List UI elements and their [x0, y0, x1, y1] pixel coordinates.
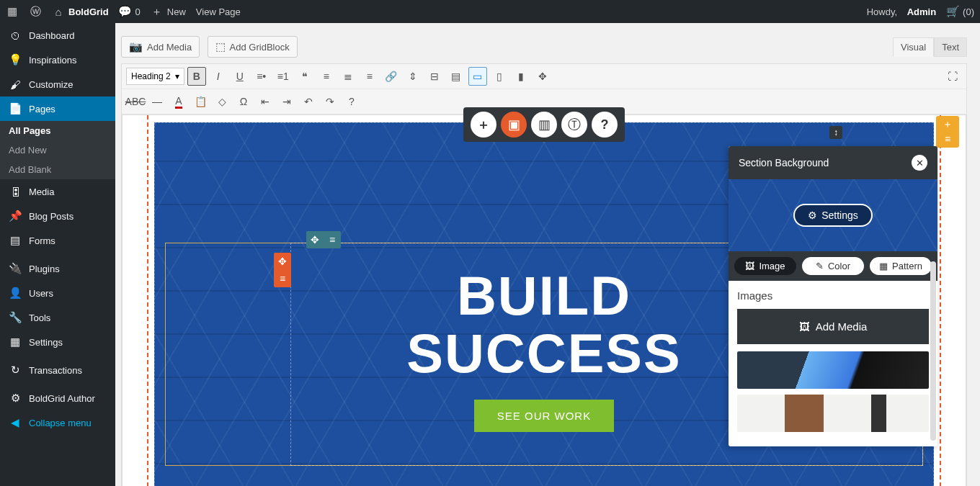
- account-link[interactable]: Howdy, Admin: [867, 6, 936, 17]
- layout-tool-button[interactable]: ▥: [531, 112, 557, 138]
- bg-image-option-2[interactable]: [737, 395, 929, 432]
- underline-button[interactable]: U: [231, 67, 249, 86]
- sidebar-item-dashboard[interactable]: ⏲Dashboard: [0, 23, 115, 48]
- add-gridblock-button[interactable]: ⬚Add GridBlock: [208, 36, 298, 58]
- panel-scrollbar[interactable]: [930, 261, 936, 441]
- background-preview: ⚙Settings: [729, 179, 937, 251]
- gear-icon: ⚙: [9, 392, 22, 405]
- bullet-list-button[interactable]: ≡•: [252, 67, 271, 86]
- image-icon: 🖼: [745, 261, 754, 271]
- user-icon: 👤: [9, 287, 22, 300]
- sidebar-subitem-add-new[interactable]: Add New: [0, 140, 115, 160]
- sidebar-item-media[interactable]: 🎛Media: [0, 179, 115, 204]
- section-toolbar: ＋ ▣ ▥ Ⓣ ?: [463, 107, 625, 142]
- caret-down-icon: ▾: [175, 71, 179, 81]
- editor-canvas[interactable]: ＋ ▣ ▥ Ⓣ ? ↕ ＋ ≡ ✥ ≡: [122, 114, 966, 486]
- sidebar-subitem-all-pages[interactable]: All Pages: [0, 121, 115, 140]
- special-char-button[interactable]: Ω: [234, 92, 253, 111]
- blockquote-button[interactable]: ❝: [295, 67, 314, 86]
- sidebar-item-label: Dashboard: [29, 30, 75, 41]
- margin-guide-left: [147, 115, 148, 486]
- section-edge-controls: ＋ ≡: [936, 116, 959, 148]
- indent-button[interactable]: ⇥: [277, 92, 296, 111]
- tablet-preview-button[interactable]: ▯: [490, 67, 509, 86]
- refresh-icon: ↻: [9, 364, 22, 377]
- sidebar-item-label: Customize: [29, 79, 73, 90]
- sidebar-item-label: Media: [29, 186, 54, 197]
- align-left-button[interactable]: ≡: [317, 67, 336, 86]
- new-link[interactable]: ＋New: [151, 5, 186, 18]
- cta-button[interactable]: SEE OUR WORK: [474, 400, 614, 432]
- comments-link[interactable]: 💬0: [119, 5, 141, 18]
- italic-button[interactable]: I: [209, 67, 228, 86]
- bg-tab-color[interactable]: ✎Color: [802, 257, 864, 275]
- sidebar-item-tools[interactable]: 🔧Tools: [0, 305, 115, 330]
- help-tool-button[interactable]: ?: [592, 112, 618, 138]
- gear-icon: ⚙: [808, 210, 817, 221]
- paste-text-button[interactable]: 📋: [191, 92, 210, 111]
- sidebar-item-collapse-menu[interactable]: ◀Collapse menu: [0, 410, 115, 435]
- distraction-free-button[interactable]: ▭: [468, 67, 487, 86]
- add-element-button[interactable]: ＋: [471, 112, 496, 138]
- site-link[interactable]: ⌂BoldGrid: [52, 5, 109, 18]
- image-tool-button[interactable]: ▣: [501, 112, 527, 138]
- sidebar-item-users[interactable]: 👤Users: [0, 281, 115, 305]
- format-dropdown[interactable]: Heading 2▾: [126, 68, 184, 85]
- redo-button[interactable]: ↷: [321, 92, 339, 111]
- bg-settings-button[interactable]: ⚙Settings: [793, 204, 873, 227]
- insert-more-button[interactable]: ⊟: [425, 67, 444, 86]
- hr-button[interactable]: —: [148, 92, 166, 111]
- row-menu-button[interactable]: ≡: [324, 231, 341, 248]
- fullscreen-button[interactable]: ⛶: [943, 67, 962, 86]
- sidebar-item-plugins[interactable]: 🔌Plugins: [0, 256, 115, 281]
- undo-button[interactable]: ↶: [299, 92, 318, 111]
- number-list-button[interactable]: ≡1: [274, 67, 293, 86]
- help-button[interactable]: ?: [342, 92, 361, 111]
- strikethrough-button[interactable]: ABC: [126, 92, 145, 111]
- sidebar-subitem-add-blank[interactable]: Add Blank: [0, 160, 115, 179]
- admin-sidebar: ⏲Dashboard💡Inspirations🖌Customize📄PagesA…: [0, 23, 115, 486]
- link-button[interactable]: 🔗: [382, 67, 401, 86]
- clear-format-button[interactable]: ◇: [213, 92, 231, 111]
- sidebar-item-forms[interactable]: ▤Forms: [0, 228, 115, 253]
- tab-visual[interactable]: Visual: [893, 37, 934, 57]
- bg-image-option-1[interactable]: [737, 351, 929, 389]
- section-menu-button[interactable]: ≡: [940, 133, 955, 145]
- move-button[interactable]: ✥: [533, 67, 552, 86]
- phone-preview-button[interactable]: ▮: [512, 67, 530, 86]
- align-right-button[interactable]: ≡: [360, 67, 379, 86]
- vertical-drag-handle[interactable]: ↕: [829, 126, 842, 139]
- sidebar-item-blog-posts[interactable]: 📌Blog Posts: [0, 204, 115, 228]
- add-media-button[interactable]: 📷Add Media: [121, 36, 200, 58]
- outdent-button[interactable]: ⇤: [256, 92, 275, 111]
- close-panel-button[interactable]: ✕: [912, 155, 927, 171]
- hero-section[interactable]: ＋ ▣ ▥ Ⓣ ? ↕ ＋ ≡ ✥ ≡: [154, 122, 934, 486]
- section-add-button[interactable]: ＋: [940, 119, 955, 130]
- align-center-button[interactable]: ≣: [339, 67, 357, 86]
- wp-logo-icon[interactable]: ⓦ: [29, 5, 42, 18]
- boldgrid-menu-icon[interactable]: ▦: [6, 5, 19, 18]
- text-color-button[interactable]: A: [169, 92, 188, 111]
- bold-button[interactable]: B: [187, 67, 206, 86]
- dashboard-icon: ⏲: [9, 29, 22, 42]
- view-page-link[interactable]: View Page: [196, 6, 241, 17]
- text-tool-button[interactable]: Ⓣ: [561, 112, 587, 138]
- tab-text[interactable]: Text: [934, 37, 967, 57]
- sidebar-item-settings[interactable]: ▦Settings: [0, 330, 115, 354]
- sidebar-item-boldgrid-author[interactable]: ⚙BoldGrid Author: [0, 386, 115, 410]
- unlink-button[interactable]: ⇕: [404, 67, 422, 86]
- column-move-button[interactable]: ✥: [274, 253, 291, 270]
- bg-tab-image[interactable]: 🖼Image: [734, 257, 796, 275]
- sidebar-item-pages[interactable]: 📄Pages: [0, 96, 115, 121]
- panel-add-media-button[interactable]: 🖼Add Media: [737, 309, 929, 344]
- sidebar-item-inspirations[interactable]: 💡Inspirations: [0, 48, 115, 72]
- sidebar-item-transactions[interactable]: ↻Transactions: [0, 358, 115, 382]
- row-move-button[interactable]: ✥: [306, 231, 324, 248]
- toolbar-toggle-button[interactable]: ▤: [447, 67, 466, 86]
- cube-icon: ⬚: [215, 40, 226, 53]
- column-menu-button[interactable]: ≡: [274, 270, 291, 287]
- cart-link[interactable]: 🛒(0): [946, 5, 974, 18]
- sidebar-item-customize[interactable]: 🖌Customize: [0, 72, 115, 96]
- bg-tab-pattern[interactable]: ▦Pattern: [870, 257, 932, 275]
- sidebar-item-label: BoldGrid Author: [29, 393, 95, 404]
